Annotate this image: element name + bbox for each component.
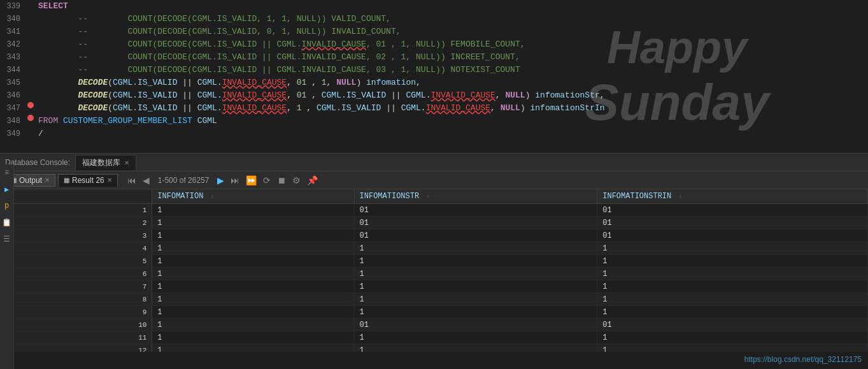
- line-num-347: 347: [0, 102, 25, 115]
- code-line-349: 349 /: [0, 127, 868, 140]
- stop-btn[interactable]: ⏹: [275, 174, 288, 187]
- cell-rownum: 12: [0, 344, 152, 352]
- prev-btn[interactable]: ◀: [141, 174, 152, 187]
- cell-infomationstrin: 1: [597, 344, 868, 352]
- cell-infomationstr: 01: [354, 319, 597, 331]
- cell-rownum: 6: [0, 268, 152, 280]
- next-btn[interactable]: ⏭: [229, 174, 241, 187]
- col-infomationstr[interactable]: INFOMATIONSTR ⇕: [354, 189, 597, 204]
- cell-infomationstrin: 1: [597, 268, 868, 280]
- code-content-346: DECODE(CGML.IS_VALID || CGML.INVALID_CAU…: [36, 89, 868, 102]
- cell-infomation: 1: [152, 293, 354, 306]
- line-num-343: 343: [0, 51, 25, 64]
- col-infomation[interactable]: INFOMATION ⇕: [152, 189, 354, 204]
- csdn-link: https://blog.csdn.net/qq_32112175: [744, 355, 862, 364]
- code-line-348: 348 FROM CUSTOMER_GROUP_MEMBER_LIST CGML: [0, 115, 868, 127]
- page-info: 1-500 of 26257: [154, 176, 213, 185]
- col-infomationstr-sort: ⇕: [426, 193, 430, 200]
- refresh-btn[interactable]: ⟳: [261, 174, 273, 187]
- cell-infomationstrin: 01: [597, 217, 868, 229]
- sidebar-icon-play[interactable]: ▶: [1, 184, 13, 195]
- toolbar-tabs: ▦ Output ✕ ▦ Result 26 ✕: [5, 174, 118, 187]
- tab-result26[interactable]: ▦ Result 26 ✕: [58, 174, 118, 187]
- cell-infomationstr: 1: [354, 268, 597, 280]
- code-line-347: 347 DECODE(CGML.IS_VALID || CGML.INVALID…: [0, 102, 868, 115]
- last-btn[interactable]: ⏩: [244, 174, 259, 187]
- first-btn[interactable]: ⏮: [125, 174, 138, 187]
- table-row: 11111: [0, 331, 868, 344]
- code-content-344: -- COUNT(DECODE(CGML.IS_VALID || CGML.IN…: [36, 64, 868, 76]
- pin-btn[interactable]: 📌: [305, 174, 320, 187]
- cell-infomation: 1: [152, 331, 354, 344]
- table-row: 8111: [0, 293, 868, 306]
- cell-infomationstrin: 01: [597, 319, 868, 331]
- cell-rownum: 4: [0, 242, 152, 255]
- cell-infomationstr: 01: [354, 229, 597, 242]
- console-label: Database Console:: [5, 158, 70, 167]
- code-line-344: 344 -- COUNT(DECODE(CGML.IS_VALID || CGM…: [0, 64, 868, 76]
- settings-btn[interactable]: ⚙: [290, 174, 302, 187]
- cell-infomation: 1: [152, 280, 354, 293]
- line-icon-347: [25, 102, 36, 108]
- sidebar-icon-list[interactable]: ☰: [1, 233, 13, 245]
- table-row: 9111: [0, 306, 868, 319]
- cell-infomationstr: 1: [354, 255, 597, 268]
- col-infomationstrin-label: INFOMATIONSTRIN: [602, 192, 671, 201]
- table-row: 210101: [0, 217, 868, 229]
- db-tab-close[interactable]: ✕: [124, 159, 129, 166]
- line-num-344: 344: [0, 64, 25, 76]
- code-content-340: -- COUNT(DECODE(CGML.IS_VALID, 1, 1, NUL…: [36, 13, 868, 25]
- breakpoint-348: [27, 115, 34, 121]
- col-infomationstrin-sort: ⇕: [678, 193, 682, 200]
- cell-infomationstrin: 1: [597, 280, 868, 293]
- line-num-349: 349: [0, 127, 25, 140]
- cell-rownum: 9: [0, 306, 152, 319]
- cell-infomationstr: 1: [354, 280, 597, 293]
- table-row: 12111: [0, 344, 868, 352]
- code-line-341: 341 -- COUNT(DECODE(CGML.IS_VALID, 0, 1,…: [0, 25, 868, 38]
- col-infomationstrin[interactable]: INFOMATIONSTRIN ⇕: [597, 189, 868, 204]
- left-sidebar: ≡ ▶ p 📋 ☰: [0, 164, 14, 369]
- result-table: INFOMATION ⇕ INFOMATIONSTR ⇕ INFOMATIONS…: [0, 189, 868, 352]
- cell-infomationstr: 1: [354, 306, 597, 319]
- code-line-345: 345 DECODE(CGML.IS_VALID || CGML.INVALID…: [0, 76, 868, 89]
- cell-infomation: 1: [152, 204, 354, 217]
- cell-infomationstr: 01: [354, 217, 597, 229]
- line-num-342: 342: [0, 38, 25, 51]
- code-content-339: SELECT: [36, 0, 868, 13]
- data-table-wrapper: INFOMATION ⇕ INFOMATIONSTR ⇕ INFOMATIONS…: [0, 189, 868, 352]
- cell-infomationstrin: 1: [597, 306, 868, 319]
- table-body: 1101012101013101014111511161117111811191…: [0, 204, 868, 352]
- line-num-346: 346: [0, 89, 25, 102]
- output-tab-close[interactable]: ✕: [45, 177, 50, 184]
- col-rownum: [0, 189, 152, 204]
- console-area: Database Console: 福建数据库 ✕ ▦ Output ✕ ▦ R…: [0, 153, 868, 352]
- table-row: 310101: [0, 229, 868, 242]
- cell-infomationstr: 1: [354, 242, 597, 255]
- table-row: 6111: [0, 268, 868, 280]
- line-num-339: 339: [0, 0, 25, 13]
- sidebar-icon-p[interactable]: p: [1, 200, 13, 212]
- keyword-select: SELECT: [38, 1, 68, 11]
- cell-rownum: 1: [0, 204, 152, 217]
- result26-tab-close[interactable]: ✕: [107, 177, 112, 184]
- code-line-340: 340 -- COUNT(DECODE(CGML.IS_VALID, 1, 1,…: [0, 13, 868, 25]
- sidebar-icon-clipboard[interactable]: 📋: [1, 217, 13, 228]
- code-line-339: 339 SELECT: [0, 0, 868, 13]
- code-content-349: /: [36, 127, 868, 140]
- line-icon-348: [25, 115, 36, 121]
- cell-infomationstrin: 1: [597, 331, 868, 344]
- cell-infomationstrin: 1: [597, 242, 868, 255]
- code-content-347: DECODE(CGML.IS_VALID || CGML.INVALID_CAU…: [36, 102, 868, 115]
- cell-rownum: 10: [0, 319, 152, 331]
- cell-rownum: 2: [0, 217, 152, 229]
- play-btn[interactable]: ▶: [215, 174, 226, 187]
- code-content-342: -- COUNT(DECODE(CGML.IS_VALID || CGML.IN…: [36, 38, 868, 51]
- code-content-345: DECODE(CGML.IS_VALID || CGML.INVALID_CAU…: [36, 76, 868, 89]
- cell-infomationstr: 01: [354, 204, 597, 217]
- db-tab[interactable]: 福建数据库 ✕: [75, 155, 136, 170]
- sidebar-icon-menu[interactable]: ≡: [1, 167, 13, 178]
- code-line-346: 346 DECODE(CGML.IS_VALID || CGML.INVALID…: [0, 89, 868, 102]
- cell-infomation: 1: [152, 344, 354, 352]
- cell-rownum: 7: [0, 280, 152, 293]
